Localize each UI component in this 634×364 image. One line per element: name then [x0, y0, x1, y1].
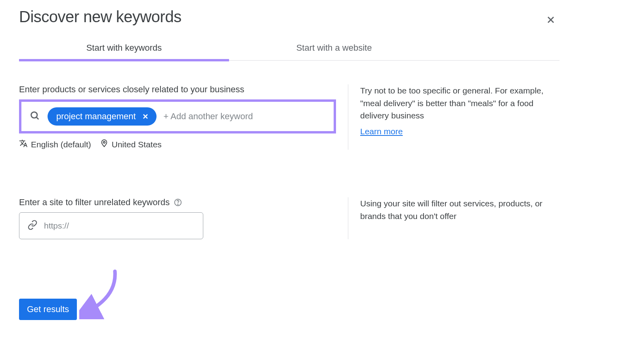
- help-icon[interactable]: [174, 198, 182, 207]
- location-icon: [100, 139, 109, 150]
- add-keyword-placeholder[interactable]: + Add another keyword: [164, 111, 253, 122]
- svg-point-1: [103, 141, 105, 143]
- link-icon: [27, 220, 38, 232]
- close-icon: [545, 14, 556, 25]
- annotation-arrow: [79, 269, 127, 321]
- language-label: English (default): [31, 140, 91, 149]
- remove-chip-button[interactable]: [141, 112, 149, 120]
- svg-point-0: [31, 112, 37, 118]
- language-selector[interactable]: English (default): [19, 139, 91, 150]
- site-url-input[interactable]: [44, 221, 195, 231]
- site-tip: Using your site will filter out services…: [360, 197, 562, 222]
- site-filter-label-text: Enter a site to filter unrelated keyword…: [19, 197, 170, 208]
- location-label: United States: [112, 140, 162, 149]
- location-selector[interactable]: United States: [100, 139, 162, 150]
- svg-point-3: [178, 204, 178, 204]
- tabs: Start with keywords Start with a website: [19, 38, 560, 61]
- keyword-input[interactable]: project management + Add another keyword: [21, 102, 334, 131]
- close-icon: [141, 112, 149, 120]
- keyword-input-highlight: project management + Add another keyword: [19, 99, 336, 133]
- get-results-button[interactable]: Get results: [19, 299, 77, 320]
- translate-icon: [19, 139, 28, 150]
- keywords-label: Enter products or services closely relat…: [19, 84, 336, 95]
- keyword-chip[interactable]: project management: [48, 107, 157, 126]
- site-input-wrap[interactable]: [19, 212, 203, 239]
- keywords-tip: Try not to be too specific or general. F…: [360, 84, 562, 122]
- page-title: Discover new keywords: [19, 8, 181, 26]
- tab-website[interactable]: Start with a website: [229, 38, 439, 60]
- learn-more-link[interactable]: Learn more: [360, 127, 403, 136]
- keyword-chip-label: project management: [56, 111, 136, 122]
- close-button[interactable]: [542, 11, 560, 30]
- search-icon: [29, 110, 40, 123]
- tab-keywords[interactable]: Start with keywords: [19, 38, 229, 60]
- site-filter-label: Enter a site to filter unrelated keyword…: [19, 197, 336, 208]
